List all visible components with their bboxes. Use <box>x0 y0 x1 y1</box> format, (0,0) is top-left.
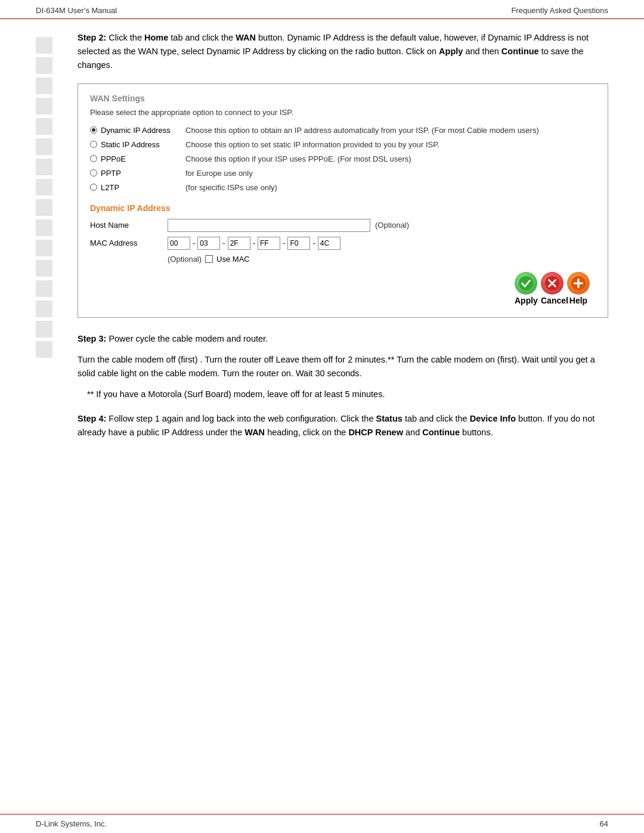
help-btn-group <box>567 272 590 295</box>
cancel-btn-group <box>541 272 564 295</box>
status-bold: Status <box>376 414 402 423</box>
wan-option-dynamic: Dynamic IP Address Choose this option to… <box>90 125 596 136</box>
radio-l2tp[interactable] <box>90 184 97 191</box>
sidebar-block-15 <box>36 321 52 337</box>
wan-option-label-l2tp[interactable]: L2TP <box>90 182 185 192</box>
motorola-note: ** If you have a Motorola (Surf Board) m… <box>78 388 608 401</box>
wan-option-label-static[interactable]: Static IP Address <box>90 140 185 149</box>
wan-option-desc-pppoe: Choose this option if your ISP uses PPPo… <box>185 154 596 165</box>
sidebar-block-5 <box>36 118 52 135</box>
main-content: Step 2: Click the Home tab and click the… <box>66 31 608 802</box>
dynamic-ip-section-label: Dynamic IP Address <box>90 203 596 213</box>
radio-pptp[interactable] <box>90 169 97 176</box>
host-name-input[interactable] <box>168 219 370 232</box>
help-plus-icon <box>571 275 586 291</box>
wan-option-text-l2tp: L2TP <box>101 183 119 192</box>
step2-paragraph: Step 2: Click the Home tab and click the… <box>78 31 608 73</box>
wan-bold: WAN <box>236 33 256 42</box>
mac-optional-row: (Optional) Use MAC <box>168 255 596 264</box>
content-area: Step 2: Click the Home tab and click the… <box>0 19 644 814</box>
wan-option-pptp: PPTP for Europe use only <box>90 168 596 179</box>
radio-dynamic[interactable] <box>90 126 97 134</box>
step3-detail-paragraph: Turn the cable modem off (first) . Turn … <box>78 353 608 380</box>
sidebar-block-4 <box>36 98 52 114</box>
host-optional-label: (Optional) <box>375 221 409 230</box>
sidebar-block-14 <box>36 301 52 317</box>
wan-option-desc-l2tp: (for specific ISPs use only) <box>185 182 596 193</box>
mac-sep-4: - <box>283 239 285 247</box>
wan-options-list: Dynamic IP Address Choose this option to… <box>90 125 596 197</box>
use-mac-label: Use MAC <box>216 255 250 264</box>
mac-sep-5: - <box>312 239 315 247</box>
mac-fields-wrapper: - - - - - <box>168 237 596 250</box>
sidebar-block-3 <box>36 78 52 94</box>
sidebar-block-1 <box>36 37 52 54</box>
apply-button[interactable] <box>515 272 537 295</box>
wan-subtitle: Please select the appropriate option to … <box>90 108 596 117</box>
sidebar-block-6 <box>36 138 52 155</box>
sidebar-block-10 <box>36 219 52 236</box>
wan-title: WAN Settings <box>90 94 596 103</box>
footer-right: 64 <box>600 819 608 828</box>
wan-option-label-dynamic[interactable]: Dynamic IP Address <box>90 125 185 135</box>
cancel-label: Cancel <box>541 296 564 305</box>
help-button[interactable] <box>567 272 590 295</box>
radio-static[interactable] <box>90 141 97 148</box>
step3-paragraph: Step 3: Power cycle the cable modem and … <box>78 332 608 346</box>
cancel-button[interactable] <box>541 272 564 295</box>
use-mac-checkbox[interactable] <box>205 255 213 263</box>
wan-option-l2tp: L2TP (for specific ISPs use only) <box>90 182 596 193</box>
dhcp-renew-bold: DHCP Renew <box>348 428 403 437</box>
step4-paragraph: Step 4: Follow step 1 again and log back… <box>78 412 608 439</box>
wan-settings-box: WAN Settings Please select the appropria… <box>78 83 608 318</box>
apply-btn-group <box>515 272 537 295</box>
sidebar-block-2 <box>36 57 52 74</box>
header-left: DI-634M User's Manual <box>36 6 117 15</box>
help-label: Help <box>567 296 590 305</box>
button-labels: Apply Cancel Help <box>90 296 596 305</box>
step4-label: Step 4: <box>78 414 106 423</box>
wan-option-desc-dynamic: Choose this option to obtain an IP addre… <box>185 125 596 136</box>
wan-option-text-pppoe: PPPoE <box>101 154 126 163</box>
wan-option-text-pptp: PPTP <box>101 169 121 178</box>
mac-input-5[interactable] <box>287 237 310 250</box>
sidebar-block-12 <box>36 260 52 277</box>
wan-option-label-pppoe[interactable]: PPPoE <box>90 154 185 163</box>
step3-text: Power cycle the cable modem and router. <box>109 334 268 343</box>
mac-input-6[interactable] <box>318 237 340 250</box>
page-header: DI-634M User's Manual Frequently Asked Q… <box>0 0 644 19</box>
step3-label: Step 3: <box>78 334 106 343</box>
apply-label: Apply <box>515 296 537 305</box>
cancel-x-icon <box>544 275 560 291</box>
step2-label: Step 2: <box>78 33 106 42</box>
sidebar-block-7 <box>36 159 52 175</box>
mac-optional-label: (Optional) <box>168 255 202 264</box>
mac-sep-2: - <box>222 239 225 247</box>
mac-input-3[interactable] <box>228 237 250 250</box>
page: DI-634M User's Manual Frequently Asked Q… <box>0 0 644 833</box>
apply-bold: Apply <box>439 47 463 56</box>
sidebar-block-11 <box>36 240 52 256</box>
wan-option-desc-pptp: for Europe use only <box>185 168 596 179</box>
mac-input-2[interactable] <box>197 237 220 250</box>
svg-point-0 <box>519 275 533 290</box>
mac-input-1[interactable] <box>168 237 190 250</box>
buttons-row <box>90 272 596 295</box>
mac-address-row: MAC Address - - - - - <box>90 237 596 250</box>
header-right: Frequently Asked Questions <box>511 6 608 15</box>
footer-left: D-Link Systems, Inc. <box>36 819 107 828</box>
wan-option-static: Static IP Address Choose this option to … <box>90 140 596 150</box>
sidebar-block-9 <box>36 199 52 216</box>
radio-pppoe[interactable] <box>90 155 97 162</box>
wan-heading-bold: WAN <box>244 428 265 437</box>
apply-check-icon <box>518 275 534 291</box>
host-name-field-wrapper: (Optional) <box>168 219 596 232</box>
sidebar <box>36 31 66 802</box>
continue-bold: Continue <box>501 47 539 56</box>
host-name-row: Host Name (Optional) <box>90 219 596 232</box>
mac-input-4[interactable] <box>258 237 280 250</box>
sidebar-block-13 <box>36 280 52 297</box>
page-footer: D-Link Systems, Inc. 64 <box>0 814 644 833</box>
mac-sep-1: - <box>193 239 195 247</box>
wan-option-label-pptp[interactable]: PPTP <box>90 168 185 178</box>
